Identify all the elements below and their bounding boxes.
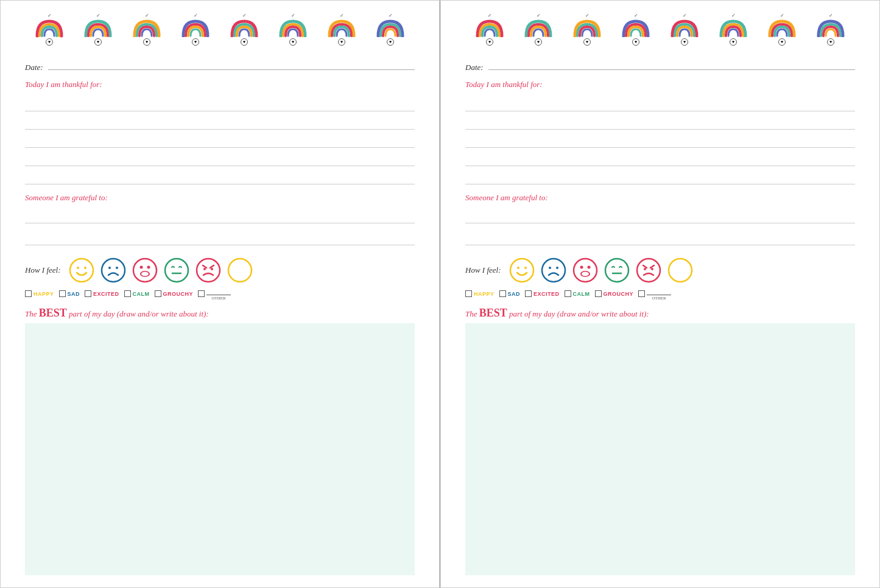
checkbox-grouchy-label-r: GROUCHY <box>604 291 634 297</box>
thankful-line-r2 <box>465 111 855 130</box>
svg-point-26 <box>580 266 583 269</box>
thankful-line-r5 <box>465 166 855 184</box>
rainbow-svg <box>476 19 504 37</box>
svg-point-1 <box>77 267 79 269</box>
date-label-left: Date: <box>25 63 43 72</box>
grouchy-face-r <box>636 257 661 283</box>
svg-point-35 <box>644 268 646 270</box>
sad-face-r <box>541 257 566 283</box>
sad-face <box>100 257 126 283</box>
other-label: OTHER <box>211 296 225 301</box>
thankful-lines-left <box>25 93 415 184</box>
grateful-line-r1 <box>465 205 855 223</box>
svg-point-7 <box>140 266 143 269</box>
best-section-left: The BEST part of my day (draw and/or wri… <box>25 307 415 575</box>
svg-point-36 <box>651 268 653 270</box>
svg-point-11 <box>165 259 188 282</box>
feelings-label-left: How I feel: <box>25 265 60 275</box>
checkbox-calm-r: CALM <box>565 290 590 297</box>
checkbox-sad-r: SAD <box>499 290 521 297</box>
checkbox-other-box-r[interactable] <box>638 290 645 297</box>
rainbow-svg <box>573 19 601 37</box>
checkbox-sad-box-r[interactable] <box>499 290 506 297</box>
checkbox-excited-box-r[interactable] <box>525 290 532 297</box>
rainbow-svg <box>622 19 650 37</box>
grateful-line-2 <box>25 227 415 245</box>
feelings-section-left: How I feel: <box>25 257 415 301</box>
svg-point-3 <box>102 259 125 282</box>
date-row-right: Date: <box>465 58 855 72</box>
date-input-left <box>48 58 415 70</box>
draw-box-left[interactable] <box>25 323 415 575</box>
svg-point-27 <box>588 266 591 269</box>
draw-box-right[interactable] <box>465 323 855 575</box>
best-section-right: The BEST part of my day (draw and/or wri… <box>465 307 855 575</box>
svg-line-14 <box>203 265 206 268</box>
rainbow-strip-left: ✓ ♥ ✓ ♥ ✓ <box>25 12 415 47</box>
rainbow-6: ✓ ♥ <box>279 13 307 46</box>
other-face-r <box>667 257 693 283</box>
date-row-left: Date: <box>25 58 415 72</box>
checkbox-excited-label-r: EXCITED <box>533 291 560 297</box>
rainbow-svg <box>279 19 307 37</box>
thankful-line-2 <box>25 111 415 130</box>
svg-point-21 <box>524 267 527 269</box>
emoji-row-left <box>69 257 253 283</box>
thankful-lines-right <box>465 93 855 184</box>
rainbow-svg <box>181 19 209 37</box>
happy-face <box>69 257 94 283</box>
rainbow-r5: ✓ ♥ <box>671 13 699 46</box>
svg-point-6 <box>133 259 157 282</box>
rainbow-svg <box>35 19 63 37</box>
svg-point-8 <box>147 266 150 269</box>
svg-point-17 <box>211 268 213 270</box>
checkbox-sad-label-r: SAD <box>508 291 521 297</box>
checkbox-excited: EXCITED <box>85 290 119 297</box>
thankful-line-1 <box>25 93 415 111</box>
other-line-r <box>647 287 671 295</box>
svg-point-5 <box>116 267 118 269</box>
best-label-right: The BEST part of my day (draw and/or wri… <box>465 307 855 320</box>
emoji-row-right <box>509 257 693 283</box>
checkbox-sad: SAD <box>59 290 80 297</box>
checkbox-happy-r: HAPPY <box>465 290 495 297</box>
checkbox-calm-box[interactable] <box>124 290 131 297</box>
svg-line-34 <box>650 265 654 268</box>
checkbox-happy-box[interactable] <box>25 290 32 297</box>
checkbox-other-box[interactable] <box>198 290 205 297</box>
feelings-row-left: How I feel: <box>25 257 415 283</box>
thankful-line-r4 <box>465 148 855 166</box>
checkbox-happy-label: HAPPY <box>33 291 54 297</box>
rainbow-svg <box>133 19 161 37</box>
rainbow-svg <box>719 19 747 37</box>
checkbox-sad-box[interactable] <box>59 290 66 297</box>
svg-point-10 <box>141 272 149 276</box>
feelings-section-right: How I feel: <box>465 257 855 301</box>
left-page-content: Date: Today I am thankful for: Someone I… <box>25 53 415 575</box>
svg-point-16 <box>203 268 206 270</box>
svg-point-25 <box>574 259 597 282</box>
date-input-right <box>488 58 855 70</box>
checkbox-grouchy-box-r[interactable] <box>595 290 602 297</box>
svg-point-32 <box>637 259 660 282</box>
checkbox-grouchy-box[interactable] <box>155 290 161 297</box>
thankful-line-3 <box>25 130 415 148</box>
rainbow-r8: ✓ ♥ <box>817 13 845 46</box>
checkbox-row-left: HAPPY SAD EXCITED CALM GROUCHY <box>25 287 415 301</box>
rainbow-svg <box>768 19 796 37</box>
svg-point-23 <box>549 267 551 269</box>
checkbox-grouchy-label: GROUCHY <box>163 291 194 297</box>
thankful-label-right: Today I am thankful for: <box>465 80 855 89</box>
rainbow-4: ✓ ♥ <box>181 13 209 46</box>
svg-point-13 <box>197 259 220 282</box>
rainbow-svg <box>84 19 112 37</box>
checkbox-calm-box-r[interactable] <box>565 290 571 297</box>
best-label-left: The BEST part of my day (draw and/or wri… <box>25 307 415 320</box>
feelings-label-right: How I feel: <box>465 265 501 275</box>
other-label-r: OTHER <box>652 296 666 301</box>
other-face <box>227 257 253 283</box>
checkbox-excited-box[interactable] <box>85 290 91 297</box>
checkbox-grouchy-r: GROUCHY <box>595 290 634 297</box>
checkbox-happy-box-r[interactable] <box>465 290 472 297</box>
calm-face <box>164 257 189 283</box>
